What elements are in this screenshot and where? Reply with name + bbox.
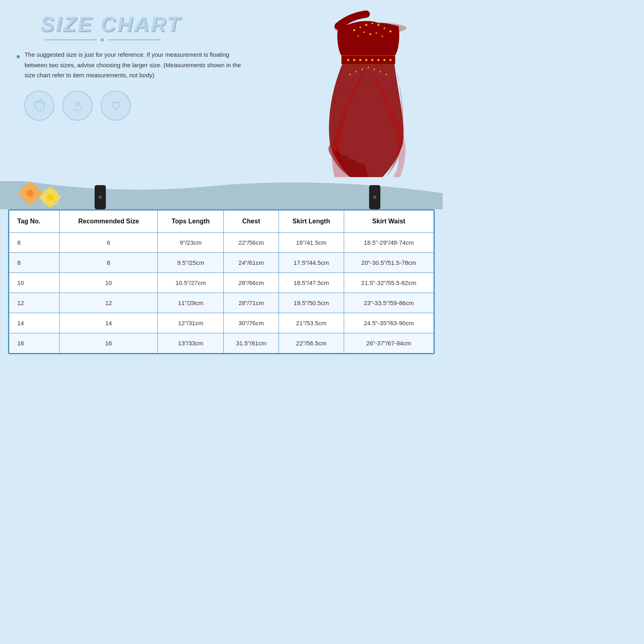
cell-row0-col1: 6 xyxy=(60,233,158,253)
svg-point-26 xyxy=(367,67,369,68)
handwash-icon xyxy=(24,91,54,121)
cell-row4-col3: 30"/76cm xyxy=(224,313,279,333)
size-chart-table-section: Tag No. Recommended Size Tops Length Che… xyxy=(8,209,435,354)
table-row: 161613"/33cm31.5"/81cm22"/56.5cm26"-37"/… xyxy=(9,333,434,353)
cell-row2-col4: 18.5"/47.5cm xyxy=(279,273,344,293)
svg-point-23 xyxy=(349,74,351,75)
cell-row1-col2: 9.5"/25cm xyxy=(158,253,224,273)
note-block: ● The suggested size is just for your re… xyxy=(16,50,242,80)
cell-row5-col2: 13"/33cm xyxy=(158,333,224,353)
flower2-icon xyxy=(38,185,62,209)
cell-row4-col4: 21"/53.5cm xyxy=(279,313,344,333)
svg-point-8 xyxy=(363,31,365,33)
svg-point-22 xyxy=(390,59,392,61)
underline-left xyxy=(44,39,97,40)
table-row: 101010.5"/27cm26"/66cm18.5"/47.5cm21.5"-… xyxy=(9,273,434,293)
table-row: 121211"/29cm28"/71cm19.5"/50.5cm23"-33.5… xyxy=(9,293,434,313)
phone-right xyxy=(369,185,380,209)
top-section: SIZE CHART ● The suggested size is just … xyxy=(0,0,443,209)
svg-point-15 xyxy=(347,59,349,61)
svg-point-5 xyxy=(378,24,380,26)
col-recommended-size: Recommended Size xyxy=(60,211,158,233)
cell-row3-col1: 12 xyxy=(60,293,158,313)
svg-point-1 xyxy=(353,29,355,31)
cell-row2-col5: 21.5"-32"/55.5-82cm xyxy=(344,273,433,293)
cell-row3-col0: 12 xyxy=(9,293,60,313)
svg-point-2 xyxy=(359,27,361,28)
left-content: ● The suggested size is just for your re… xyxy=(16,50,242,121)
cell-row5-col4: 22"/56.5cm xyxy=(279,333,344,353)
table-body: 669"/23cm22"/56cm16"/41.5cm18.5"-29"/48-… xyxy=(9,233,434,353)
flower-decorations xyxy=(16,179,62,207)
underline-right xyxy=(108,39,160,40)
svg-point-16 xyxy=(353,59,355,61)
cell-row4-col1: 14 xyxy=(60,313,158,333)
airdry-svg xyxy=(70,97,86,114)
svg-point-18 xyxy=(365,59,367,61)
cell-row1-col1: 8 xyxy=(60,253,158,273)
svg-point-29 xyxy=(386,74,387,75)
cell-row5-col5: 26"-37"/67-94cm xyxy=(344,333,433,353)
underline-dot xyxy=(101,38,104,41)
cell-row3-col2: 11"/29cm xyxy=(158,293,224,313)
svg-point-19 xyxy=(372,59,374,61)
cell-row4-col2: 12"/31cm xyxy=(158,313,224,333)
col-tops-length: Tops Length xyxy=(158,211,224,233)
cell-row0-col4: 16"/41.5cm xyxy=(279,233,344,253)
cell-row3-col3: 28"/71cm xyxy=(224,293,279,313)
cell-row4-col0: 14 xyxy=(9,313,60,333)
table-row: 141412"/31cm30"/76cm21"/53.5cm24.5"-35"/… xyxy=(9,313,434,333)
col-chest: Chest xyxy=(224,211,279,233)
cell-row5-col1: 16 xyxy=(60,333,158,353)
col-skirt-length: Skirt Length xyxy=(279,211,344,233)
cell-row1-col4: 17.5"/44.5cm xyxy=(279,253,344,273)
cell-row5-col3: 31.5"/81cm xyxy=(224,333,279,353)
svg-point-20 xyxy=(378,59,380,61)
cell-row2-col2: 10.5"/27cm xyxy=(158,273,224,293)
table-header-row: Tag No. Recommended Size Tops Length Che… xyxy=(9,211,434,233)
cell-row0-col5: 18.5"-29"/48-74cm xyxy=(344,233,433,253)
cell-row1-col5: 20"-30.5"/51.5-78cm xyxy=(344,253,433,273)
svg-point-3 xyxy=(365,24,367,26)
svg-point-4 xyxy=(372,23,373,24)
bottom-decor xyxy=(0,177,443,209)
svg-point-25 xyxy=(361,68,363,70)
cell-row2-col0: 10 xyxy=(9,273,60,293)
gentle-icon xyxy=(101,91,131,121)
cell-row1-col0: 8 xyxy=(9,253,60,273)
cell-row1-col3: 24"/61cm xyxy=(224,253,279,273)
cell-row3-col4: 19.5"/50.5cm xyxy=(279,293,344,313)
svg-point-9 xyxy=(369,33,372,35)
svg-point-11 xyxy=(357,35,359,37)
cell-row5-col0: 16 xyxy=(9,333,60,353)
cell-row4-col5: 24.5"-35"/63-90cm xyxy=(344,313,433,333)
svg-point-7 xyxy=(390,31,392,33)
cell-row2-col3: 26"/66cm xyxy=(224,273,279,293)
cell-row0-col2: 9"/23cm xyxy=(158,233,224,253)
col-tag-no: Tag No. xyxy=(9,211,60,233)
handwash-svg xyxy=(31,97,47,114)
svg-point-24 xyxy=(355,71,357,72)
svg-point-17 xyxy=(359,59,361,61)
svg-point-49 xyxy=(47,194,54,200)
cell-row0-col3: 22"/56cm xyxy=(224,233,279,253)
phone-left xyxy=(95,185,106,209)
cell-row2-col1: 10 xyxy=(60,273,158,293)
table-row: 669"/23cm22"/56cm16"/41.5cm18.5"-29"/48-… xyxy=(9,233,434,253)
svg-point-39 xyxy=(27,190,34,197)
col-skirt-waist: Skirt Waist xyxy=(344,211,433,233)
cell-row0-col0: 6 xyxy=(9,233,60,253)
feature-icons-row xyxy=(16,91,242,121)
table-row: 889.5"/25cm24"/61cm17.5"/44.5cm20"-30.5"… xyxy=(9,253,434,273)
note-content: The suggested size is just for your refe… xyxy=(25,50,242,80)
svg-point-21 xyxy=(384,59,386,61)
size-chart-table: Tag No. Recommended Size Tops Length Che… xyxy=(9,210,434,353)
airdry-icon xyxy=(62,91,93,121)
svg-point-12 xyxy=(382,35,383,37)
bullet-icon: ● xyxy=(16,50,21,80)
svg-rect-13 xyxy=(341,56,395,64)
svg-point-6 xyxy=(384,27,385,29)
dress-illustration xyxy=(302,4,431,195)
svg-point-27 xyxy=(374,68,375,70)
svg-point-10 xyxy=(376,32,377,34)
